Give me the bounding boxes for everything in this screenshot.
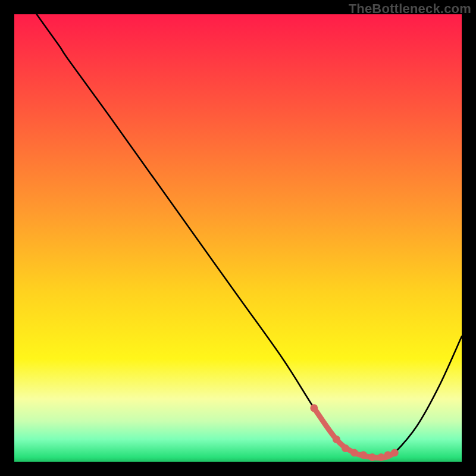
watermark-text: TheBottleneck.com: [349, 1, 471, 17]
trough-dot: [368, 453, 376, 461]
trough-dot: [359, 451, 367, 459]
chart-frame: TheBottleneck.com: [0, 0, 476, 476]
trough-dot: [391, 449, 399, 457]
trough-dot: [377, 453, 385, 461]
trough-highlight-dots: [310, 404, 398, 461]
trough-dot: [384, 451, 392, 459]
curve-svg: [14, 14, 462, 462]
plot-area: [14, 14, 462, 462]
trough-dot: [342, 444, 349, 452]
trough-dot: [310, 404, 318, 412]
trough-dot: [350, 449, 358, 457]
bottleneck-curve: [37, 14, 462, 458]
trough-dot: [333, 436, 340, 443]
